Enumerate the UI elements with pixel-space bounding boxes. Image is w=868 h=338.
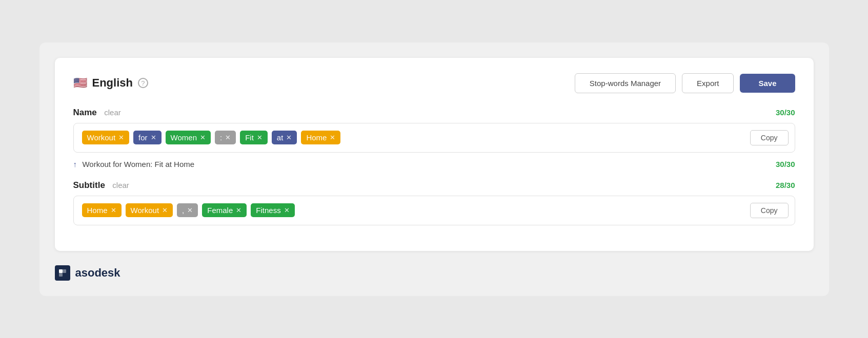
tag-fitness-subtitle[interactable]: Fitness ✕ <box>251 203 294 217</box>
asodesk-logo-text: asodesk <box>75 266 120 280</box>
tag-fit-name[interactable]: Fit ✕ <box>240 131 268 144</box>
arrow-up-icon: ↑ <box>73 160 77 168</box>
lang-section: 🇺🇸 English ? <box>73 76 148 90</box>
export-button[interactable]: Export <box>682 73 734 93</box>
main-card: 🇺🇸 English ? Stop-words Manager Export S… <box>55 58 814 251</box>
tag-home-name-close[interactable]: ✕ <box>330 134 335 141</box>
tag-women-close[interactable]: ✕ <box>200 134 206 141</box>
preview-text-group: ↑ Workout for Women: Fit at Home <box>73 160 195 169</box>
name-tags-box: Workout ✕ for ✕ Women ✕ : ✕ Fit ✕ at ✕ <box>73 123 795 153</box>
name-label: Name <box>73 108 97 117</box>
name-label-group: Name clear <box>73 108 121 118</box>
svg-rect-2 <box>63 269 66 273</box>
svg-rect-3 <box>59 273 63 277</box>
name-preview-count: 30/30 <box>776 160 795 168</box>
header-buttons: Stop-words Manager Export Save <box>575 73 795 93</box>
subtitle-label-group: Subtitle clear <box>73 180 129 191</box>
bottom-logo: asodesk <box>55 265 814 281</box>
tag-workout-close[interactable]: ✕ <box>118 134 124 141</box>
tag-comma-subtitle[interactable]: , ✕ <box>177 203 198 217</box>
tag-female-subtitle[interactable]: Female ✕ <box>202 203 247 217</box>
tag-at-name[interactable]: at ✕ <box>272 131 297 144</box>
header-row: 🇺🇸 English ? Stop-words Manager Export S… <box>73 73 795 93</box>
tag-women-name[interactable]: Women ✕ <box>166 131 211 144</box>
subtitle-clear-button[interactable]: clear <box>112 181 129 189</box>
lang-label: English <box>92 76 133 90</box>
save-button[interactable]: Save <box>740 74 795 93</box>
tag-at-close[interactable]: ✕ <box>286 134 292 141</box>
subtitle-label: Subtitle <box>73 180 105 190</box>
name-copy-button[interactable]: Copy <box>750 130 789 145</box>
name-section-header: Name clear 30/30 <box>73 108 795 118</box>
tag-for-name[interactable]: for ✕ <box>133 131 162 144</box>
subtitle-count: 28/30 <box>776 181 795 189</box>
tag-home-subtitle-close[interactable]: ✕ <box>111 206 116 214</box>
tag-colon-close[interactable]: ✕ <box>225 134 231 141</box>
tag-fit-close[interactable]: ✕ <box>257 134 263 141</box>
tag-home-name[interactable]: Home ✕ <box>301 131 340 144</box>
tag-for-close[interactable]: ✕ <box>151 134 156 141</box>
flag-icon: 🇺🇸 <box>73 77 87 89</box>
tag-workout-name[interactable]: Workout ✕ <box>82 131 130 144</box>
tag-comma-close[interactable]: ✕ <box>187 206 193 214</box>
subtitle-copy-button[interactable]: Copy <box>750 203 789 218</box>
tag-colon-name[interactable]: : ✕ <box>215 131 236 144</box>
name-count: 30/30 <box>776 108 795 117</box>
subtitle-section-header: Subtitle clear 28/30 <box>73 180 795 191</box>
tag-workout-subtitle-close[interactable]: ✕ <box>162 206 168 214</box>
tag-home-subtitle[interactable]: Home ✕ <box>82 203 122 217</box>
asodesk-logo-icon <box>55 265 70 281</box>
name-clear-button[interactable]: clear <box>104 108 121 117</box>
tag-workout-subtitle[interactable]: Workout ✕ <box>126 203 173 217</box>
svg-rect-1 <box>59 269 63 273</box>
help-icon[interactable]: ? <box>138 78 148 88</box>
page-container: 🇺🇸 English ? Stop-words Manager Export S… <box>39 43 829 296</box>
name-preview-row: ↑ Workout for Women: Fit at Home 30/30 <box>73 160 795 169</box>
tag-fitness-close[interactable]: ✕ <box>284 206 290 214</box>
name-preview-text: Workout for Women: Fit at Home <box>82 160 194 168</box>
tag-female-close[interactable]: ✕ <box>236 206 241 214</box>
subtitle-tags-box: Home ✕ Workout ✕ , ✕ Female ✕ Fitness ✕ … <box>73 196 795 225</box>
stopwords-manager-button[interactable]: Stop-words Manager <box>575 73 676 93</box>
